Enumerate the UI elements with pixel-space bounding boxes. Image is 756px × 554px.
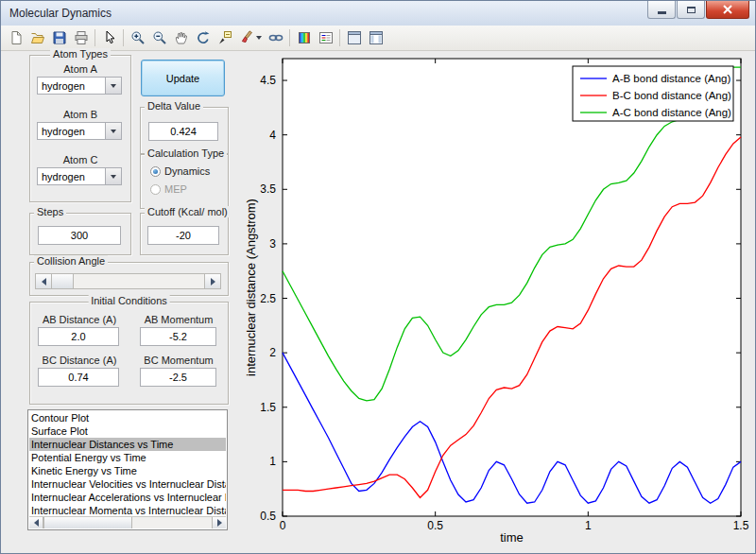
figure-toolbar [1,26,755,51]
plot-type-listbox[interactable]: Contour PlotSurface PlotInternuclear Dis… [27,409,228,530]
svg-text:1: 1 [585,519,592,532]
plot-area: 00.511.50.511.522.533.544.5timeinternucl… [242,50,752,553]
print-figure-icon [74,30,89,45]
combo-value: hydrogen [38,171,105,182]
link-plot-icon [268,30,284,45]
toolbar-zoom-out[interactable] [148,27,170,48]
ab-momentum-input[interactable] [140,327,216,346]
minimize-button[interactable] [647,1,676,19]
zoom-in-icon [130,30,146,45]
svg-text:1.5: 1.5 [260,401,276,414]
hscroll-left-arrow[interactable] [29,517,43,528]
panel-title: Collision Angle [34,255,108,267]
list-item[interactable]: Surface Plot [29,424,226,438]
toolbar-edit-plot[interactable] [98,27,120,48]
toolbar-print-figure[interactable] [70,27,92,48]
toolbar-insert-colorbar[interactable] [293,27,315,48]
left-arrow-icon [42,278,46,286]
update-button[interactable]: Update [141,60,225,96]
toolbar-data-cursor[interactable] [214,27,235,48]
insert-legend-icon [318,30,334,45]
list-item[interactable]: Internuclear Accelerations vs Internucle… [29,491,226,504]
svg-text:2.5: 2.5 [260,292,276,305]
svg-text:0: 0 [280,519,286,532]
radio-label: MEP [164,183,187,195]
slider-right-arrow[interactable] [204,274,220,288]
hscroll-right-arrow[interactable] [212,517,226,528]
right-arrow-icon [217,519,222,527]
atom-types-panel: Atom Types Atom A hydrogen Atom B hydrog… [29,55,131,202]
list-item[interactable]: Internuclear Velocities vs Internuclear … [29,477,226,491]
collision-angle-slider[interactable] [35,273,221,289]
chart-axes: 00.511.50.511.522.533.544.5timeinternucl… [244,59,749,545]
close-icon [723,5,732,14]
cutoff-input[interactable] [147,226,219,245]
ab-distance-input[interactable] [38,327,119,346]
radio-icon [150,166,161,177]
toolbar-hide-plot-tools[interactable] [343,27,365,48]
svg-text:0.5: 0.5 [260,510,276,523]
left-arrow-icon [34,519,39,527]
panel-title: Steps [34,206,66,217]
svg-text:1.5: 1.5 [733,519,749,532]
toolbar-save-figure[interactable] [48,27,70,48]
panel-title: Calculation Type [145,147,227,159]
x-axis-label: time [500,530,524,545]
chevron-down-icon [256,36,262,40]
slider-left-arrow[interactable] [36,274,52,288]
chart-legend[interactable]: A-B bond distance (Ang)B-C bond distance… [573,66,733,121]
panel-title: Initial Conditions [88,295,170,306]
ab-distance-label: AB Distance (A) [38,314,121,325]
atom-c-select[interactable]: hydrogen [37,167,122,185]
radio-dynamics[interactable]: Dynamics [150,165,210,177]
window-controls [647,1,749,19]
toolbar-separator [123,29,124,46]
toolbar-pan[interactable] [170,27,192,48]
window-title: Molecular Dynamics [9,7,112,20]
slider-thumb[interactable] [51,274,74,288]
toolbar-link-plot[interactable] [265,27,286,48]
toolbar-brush[interactable] [235,27,265,48]
atom-b-select[interactable]: hydrogen [37,122,122,140]
data-cursor-icon [217,30,232,45]
svg-text:A-C bond distance (Ang): A-C bond distance (Ang) [612,107,731,118]
list-item[interactable]: Kinetic Energy vs Time [29,464,226,477]
listbox-hscrollbar[interactable] [29,516,226,528]
svg-text:4.5: 4.5 [260,74,276,87]
toolbar-separator [94,29,95,46]
ab-momentum-label: AB Momentum [139,314,218,325]
bc-distance-input[interactable] [38,368,119,387]
y-axis-label: internuclear distance (Angstrom) [244,199,258,376]
steps-input[interactable] [38,226,121,245]
calculation-type-panel: Calculation Type Dynamics MEP [140,154,229,209]
toolbar-rotate-3d[interactable] [192,27,214,48]
svg-text:3.5: 3.5 [260,182,276,196]
svg-text:3: 3 [269,237,276,251]
toolbar-open-file[interactable] [26,27,48,48]
radio-mep[interactable]: MEP [150,183,187,195]
bc-distance-label: BC Distance (A) [38,355,121,366]
atom-a-select[interactable]: hydrogen [37,77,122,95]
bc-momentum-input[interactable] [140,368,216,387]
delta-value-input[interactable] [148,122,218,141]
panel-title: Delta Value [145,100,203,112]
close-button[interactable] [706,1,749,19]
titlebar[interactable]: Molecular Dynamics [1,1,755,26]
combo-arrow-icon [105,123,121,139]
toolbar-zoom-in[interactable] [127,27,148,48]
cutoff-panel: Cutoff (Kcal/ mol) [140,213,229,255]
list-item[interactable]: Internuclear Momenta vs Internuclear Dis… [29,504,226,517]
list-item[interactable]: Potential Energy vs Time [29,451,226,464]
list-item[interactable]: Internuclear Distances vs Time [29,438,226,451]
toolbar-new-figure[interactable] [5,27,26,48]
list-item[interactable]: Contour Plot [29,411,226,424]
right-arrow-icon [211,278,215,286]
maximize-button[interactable] [677,1,705,19]
toolbar-show-plot-tools[interactable] [365,27,387,48]
combo-arrow-icon [105,168,121,184]
svg-text:1: 1 [269,455,276,468]
hscroll-thumb[interactable] [43,517,132,528]
toolbar-insert-legend[interactable] [315,27,336,48]
svg-text:B-C bond distance (Ang): B-C bond distance (Ang) [612,90,731,101]
svg-text:0.5: 0.5 [427,519,443,532]
